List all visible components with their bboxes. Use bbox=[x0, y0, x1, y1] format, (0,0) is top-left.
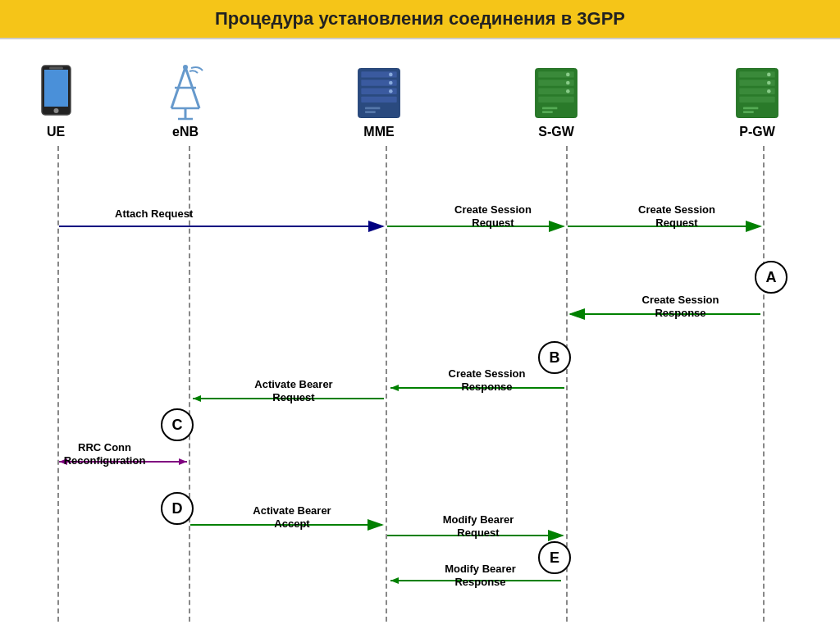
svg-point-41 bbox=[767, 89, 771, 93]
enb-label: eNB bbox=[172, 125, 199, 139]
label-modify-bearer-req: Modify BearerRequest bbox=[425, 513, 532, 539]
svg-point-30 bbox=[566, 89, 570, 93]
svg-point-39 bbox=[767, 72, 771, 76]
label-attach-request: Attach Request bbox=[115, 207, 193, 221]
circle-D: D bbox=[161, 492, 194, 525]
page-title: Процедура установления соединения в 3GPP bbox=[215, 8, 625, 29]
ue-icon bbox=[31, 64, 80, 121]
label-create-session-req-1: Create SessionRequest bbox=[440, 203, 546, 229]
svg-rect-32 bbox=[542, 111, 553, 113]
svg-point-10 bbox=[183, 65, 188, 70]
node-pgw: P-GW bbox=[733, 64, 782, 139]
node-enb: eNB bbox=[161, 64, 210, 139]
svg-rect-3 bbox=[49, 67, 63, 70]
node-sgw: S-GW bbox=[532, 64, 581, 139]
svg-rect-1 bbox=[44, 70, 68, 107]
svg-rect-37 bbox=[739, 96, 774, 102]
label-modify-bearer-resp: Modify BearerResponse bbox=[425, 563, 536, 588]
svg-point-18 bbox=[389, 80, 393, 84]
svg-rect-20 bbox=[365, 107, 380, 109]
sgw-icon bbox=[532, 64, 581, 121]
svg-rect-26 bbox=[538, 96, 573, 102]
node-mme: MME bbox=[354, 64, 404, 139]
svg-point-2 bbox=[53, 108, 58, 113]
circle-C: C bbox=[161, 408, 194, 441]
svg-marker-65 bbox=[390, 577, 399, 584]
svg-marker-58 bbox=[193, 395, 201, 402]
arrows-svg bbox=[0, 39, 840, 629]
mme-icon bbox=[354, 64, 404, 121]
svg-point-40 bbox=[767, 80, 771, 84]
pgw-icon bbox=[733, 64, 782, 121]
svg-rect-31 bbox=[542, 107, 557, 109]
label-activate-bearer-req: Activate BearerRequest bbox=[236, 378, 351, 403]
svg-point-29 bbox=[566, 80, 570, 84]
diagram-area: UE eNB bbox=[0, 39, 840, 629]
lane-ue bbox=[57, 146, 59, 622]
ue-label: UE bbox=[47, 125, 65, 139]
label-rrc-conn: RRC ConnReconfiguration bbox=[45, 441, 164, 467]
label-activate-bearer-accept: Activate BearerAccept bbox=[235, 504, 349, 530]
title-bar: Процедура установления соединения в 3GPP bbox=[0, 0, 840, 39]
lane-mme bbox=[386, 146, 387, 622]
svg-marker-54 bbox=[570, 311, 578, 317]
svg-point-17 bbox=[389, 72, 393, 76]
circle-A: A bbox=[755, 261, 788, 294]
svg-marker-56 bbox=[390, 385, 399, 391]
svg-rect-15 bbox=[361, 96, 396, 102]
lane-pgw bbox=[763, 146, 765, 622]
svg-rect-43 bbox=[743, 111, 754, 113]
svg-point-19 bbox=[389, 89, 393, 93]
sgw-label: S-GW bbox=[538, 125, 574, 139]
svg-rect-42 bbox=[743, 107, 758, 109]
mme-label: MME bbox=[363, 125, 394, 139]
circle-E: E bbox=[538, 541, 571, 574]
circle-B: B bbox=[538, 341, 571, 374]
svg-rect-21 bbox=[365, 111, 376, 113]
label-create-session-resp-1: Create SessionResponse bbox=[625, 294, 736, 319]
node-ue: UE bbox=[31, 64, 80, 139]
svg-point-28 bbox=[566, 72, 570, 76]
label-create-session-req-2: Create SessionRequest bbox=[623, 203, 730, 229]
svg-marker-61 bbox=[179, 458, 187, 465]
label-create-session-resp-2: Create SessionResponse bbox=[431, 367, 542, 393]
enb-icon bbox=[161, 64, 210, 121]
pgw-label: P-GW bbox=[739, 125, 775, 139]
